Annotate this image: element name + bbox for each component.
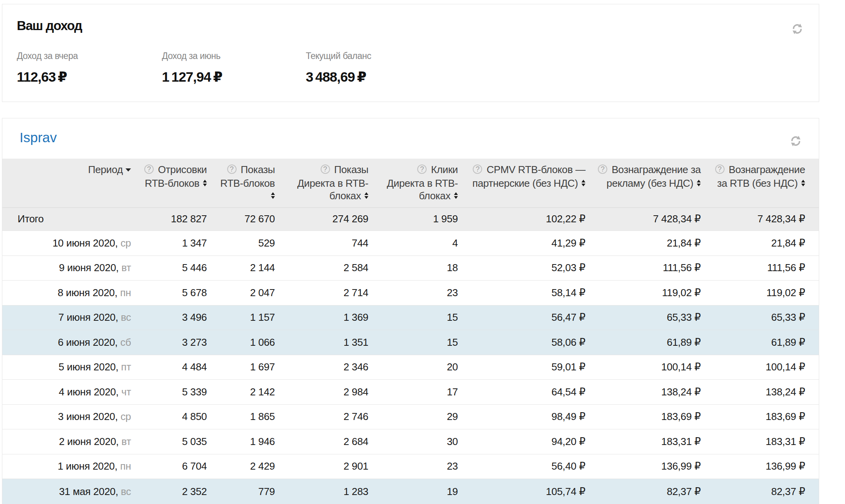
row-value: 2 346 [275,355,368,379]
row-value: 1 283 [275,479,368,504]
row-weekday-text: ср [120,237,131,249]
row-weekday-text: сб [120,336,131,348]
row-value: 2 142 [207,379,275,404]
row-date-text: 2 июня 2020, [59,436,119,447]
row-date-text: 9 июня 2020, [59,262,119,273]
caret-down-icon [126,168,131,172]
column-header[interactable]: ?ПоказыДиректа в RTB-блоках [275,159,368,207]
sort-up-triangle [203,180,207,182]
row-value: 183,69 ₽ [701,404,819,429]
stat-label: Доход за июнь [162,51,221,61]
row-value: 119,02 ₽ [585,280,701,305]
row-weekday-text: ср [120,411,131,422]
sort-down-triangle [581,184,585,186]
sort-icon[interactable] [581,180,585,186]
question-icon[interactable]: ? [227,164,237,174]
row-value: 779 [207,479,275,504]
column-header[interactable]: ?Вознаграждение зарекламу (без НДС) [585,159,701,207]
sort-down-triangle [697,184,701,186]
row-value: 29 [368,404,458,429]
question-icon[interactable]: ? [417,164,427,174]
row-weekday-text: вт [121,436,131,447]
column-header[interactable]: ?ОтрисовкиRTB-блоков [131,159,207,207]
question-icon[interactable]: ? [473,164,482,174]
row-date: 31 мая 2020, вс [2,479,131,504]
stat-label: Текущий баланс [306,51,371,61]
question-icon[interactable]: ? [598,164,607,174]
row-value: 105,74 ₽ [458,479,585,504]
sort-icon[interactable] [203,180,207,186]
row-value: 21,84 ₽ [701,231,819,256]
row-date-text: 8 июня 2020, [57,287,117,298]
row-value: 5 339 [131,379,207,404]
row-value: 183,69 ₽ [585,404,701,429]
total-row: Итого182 82772 670274 2691 959102,22 ₽7 … [2,207,819,231]
column-header[interactable]: ?ПоказыRTB-блоков [207,159,275,207]
row-value: 4 [368,231,458,256]
sort-down-triangle [364,196,368,199]
row-date-text: 7 июня 2020, [58,311,118,323]
row-value: 58,06 ₽ [458,330,585,355]
row-value: 15 [368,330,458,355]
sort-icon[interactable] [697,180,701,186]
row-value: 61,89 ₽ [701,330,819,355]
total-value: 7 428,34 ₽ [585,207,701,231]
row-value: 21,84 ₽ [585,231,701,256]
row-weekday-text: вс [121,486,131,497]
table-header: Период?ОтрисовкиRTB-блоков?ПоказыRTB-бло… [2,159,819,207]
table-row: 5 июня 2020, пт4 4841 6972 3462059,01 ₽1… [2,355,819,379]
row-value: 5 035 [131,429,207,454]
column-header-label: ?CPMV RTB-блоков —партнерские (без НДС) [458,164,585,190]
table-row: 6 июня 2020, сб3 2731 0661 3511558,06 ₽6… [2,330,819,355]
row-value: 111,56 ₽ [701,256,819,280]
row-value: 2 352 [131,479,207,504]
stat-value: 1 127,94 ₽ [162,69,222,85]
sort-down-triangle [271,196,275,199]
row-weekday-text: вс [121,311,131,323]
row-value: 6 704 [131,454,207,479]
row-value: 3 273 [131,330,207,355]
table-body: Итого182 82772 670274 2691 959102,22 ₽7 … [2,207,819,504]
question-icon[interactable]: ? [715,164,725,174]
row-date: 3 июня 2020, ср [2,404,131,429]
report-title-link[interactable]: Isprav [20,130,57,145]
stat-value: 3 488,69 ₽ [306,69,366,85]
row-value: 1 697 [207,355,275,379]
sort-icon[interactable] [364,192,368,199]
sort-icon[interactable] [454,192,458,199]
refresh-icon[interactable] [790,135,802,148]
column-header[interactable]: ?Вознаграждениеза RTB (без НДС) [701,159,819,207]
row-date: 7 июня 2020, вс [2,305,131,330]
sort-icon[interactable] [801,180,805,186]
row-value: 41,29 ₽ [458,231,585,256]
total-value: 1 959 [368,207,458,231]
row-value: 4 850 [131,404,207,429]
row-value: 4 484 [131,355,207,379]
sort-up-triangle [581,180,585,182]
row-value: 2 429 [207,454,275,479]
column-header[interactable]: ?CPMV RTB-блоков —партнерские (без НДС) [458,159,585,207]
row-value: 2 714 [275,280,368,305]
table-row: 8 июня 2020, пн5 6782 0472 7142358,14 ₽1… [2,280,819,305]
row-date: 4 июня 2020, чт [2,379,131,404]
refresh-icon-svg [790,135,801,147]
row-value: 119,02 ₽ [701,280,819,305]
row-weekday-text: вт [121,262,131,273]
row-date: 9 июня 2020, вт [2,256,131,280]
row-weekday-text: пн [120,287,131,298]
row-date: 6 июня 2020, сб [2,330,131,355]
column-header[interactable]: ?КликиДиректа в RTB-блоках [368,159,458,207]
row-value: 2 584 [275,256,368,280]
sort-up-triangle [801,180,805,182]
row-value: 138,24 ₽ [701,379,819,404]
row-value: 100,14 ₽ [701,355,819,379]
sort-icon[interactable] [271,192,275,199]
row-value: 183,31 ₽ [585,429,701,454]
column-header-period[interactable]: Период [2,159,131,207]
question-icon[interactable]: ? [321,164,330,174]
row-value: 1 347 [131,231,207,256]
question-icon[interactable]: ? [144,164,154,174]
column-header-label: ?Вознаграждениеза RTB (без НДС) [701,164,805,190]
row-value: 183,31 ₽ [701,429,819,454]
row-weekday-text: чт [121,386,131,398]
